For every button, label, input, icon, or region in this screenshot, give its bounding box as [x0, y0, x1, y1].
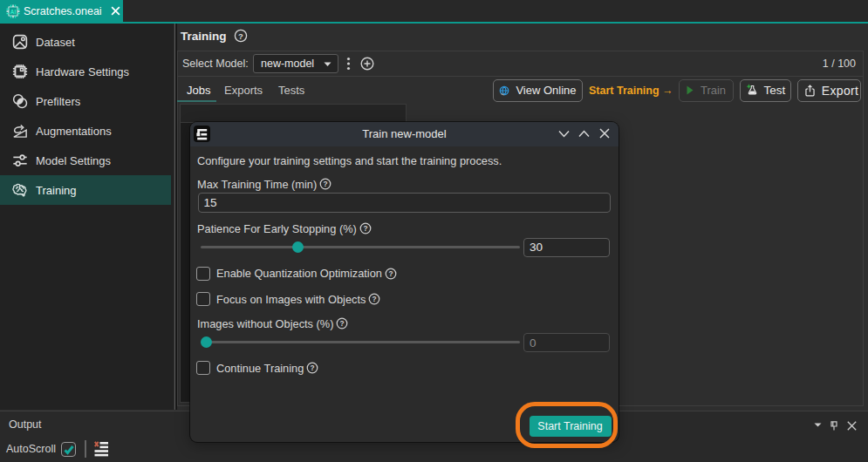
svg-text:?: ? — [311, 363, 315, 372]
svg-text:?: ? — [388, 269, 393, 278]
svg-text:?: ? — [372, 295, 377, 303]
svg-text:?: ? — [363, 224, 367, 233]
svg-text:?: ? — [238, 31, 243, 41]
svg-text:AI: AI — [10, 8, 17, 14]
svg-text:?: ? — [324, 180, 328, 188]
svg-text:?: ? — [340, 319, 345, 328]
